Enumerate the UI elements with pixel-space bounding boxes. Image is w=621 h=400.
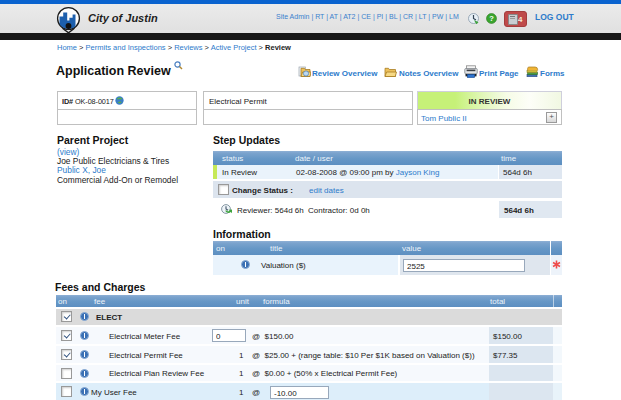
svg-text:?: ? — [489, 14, 494, 23]
